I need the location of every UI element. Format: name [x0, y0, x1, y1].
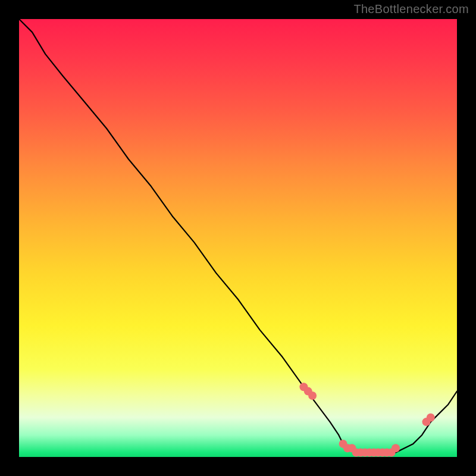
bottleneck-curve — [19, 19, 457, 453]
marker-group — [299, 383, 434, 456]
plot-area — [19, 19, 457, 457]
chart-frame: TheBottlenecker.com — [0, 0, 476, 476]
chart-svg — [19, 19, 457, 457]
data-marker — [427, 414, 435, 422]
data-marker — [392, 444, 400, 452]
attribution-text: TheBottlenecker.com — [353, 2, 469, 16]
data-marker — [308, 392, 317, 400]
